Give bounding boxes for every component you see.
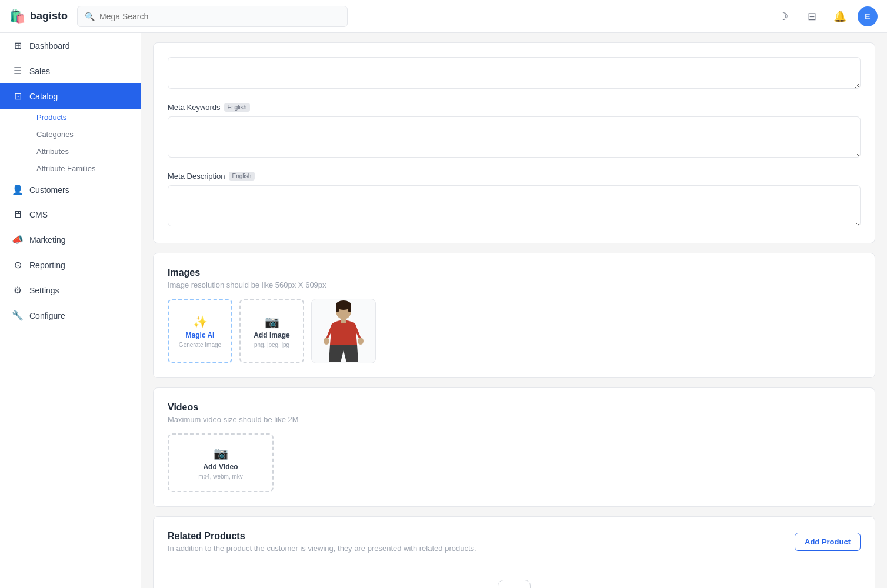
sidebar-item-configure[interactable]: 🔧 Configure [0,303,141,328]
related-products-header: Related Products In addition to the prod… [168,531,861,553]
images-row: ✨ Magic AI Generate Image 📷 Add Image pn… [168,299,861,363]
sidebar-label-catalog: Catalog [29,92,58,101]
sidebar-item-dashboard[interactable]: ⊞ Dashboard [0,33,141,58]
add-video-upload-box[interactable]: 📷 Add Video mp4, webm, mkv [168,433,274,492]
meta-top-section: Meta Keywords English Meta Description E… [153,42,875,243]
sidebar-item-categories[interactable]: Categories [29,126,141,143]
main-content: Meta Keywords English Meta Description E… [141,33,887,588]
svg-rect-4 [341,318,346,323]
svg-rect-3 [348,305,351,312]
camera-add-icon: 📷 [265,315,279,329]
magic-ai-upload-box[interactable]: ✨ Magic AI Generate Image [168,299,232,363]
logo-text: bagisto [30,10,68,22]
sidebar-label-marketing: Marketing [29,235,65,245]
monitor-button[interactable]: ⊟ [801,6,822,27]
add-video-sub: mp4, webm, mkv [198,473,243,480]
meta-description-group: Meta Description English [168,172,861,229]
sidebar: ⊞ Dashboard ☰ Sales ⊡ Catalog Products C… [0,33,141,588]
sidebar-item-marketing[interactable]: 📣 Marketing [0,227,141,252]
svg-point-5 [324,338,329,345]
videos-subtitle: Maximum video size should be like 2M [168,415,861,424]
videos-section: Videos Maximum video size should be like… [153,387,875,507]
content-inner: Meta Keywords English Meta Description E… [141,42,887,588]
add-video-label: Add Video [203,463,238,471]
sidebar-item-settings[interactable]: ⚙ Settings [0,278,141,303]
magic-ai-label: Magic AI [186,331,215,339]
search-bar[interactable]: 🔍 [77,6,348,27]
magic-ai-sublabel: Generate Image [179,342,221,348]
search-input[interactable] [99,12,340,21]
product-image-svg [317,300,370,362]
related-products-title-group: Related Products In addition to the prod… [168,531,476,553]
settings-icon: ⚙ [12,285,24,296]
related-products-empty [168,556,861,588]
videos-title: Videos [168,402,861,413]
moon-icon: ☽ [779,10,788,23]
search-icon: 🔍 [85,12,95,21]
catalog-icon: ⊡ [12,91,24,102]
sidebar-label-reporting: Reporting [29,260,65,270]
monitor-icon: ⊟ [808,10,816,23]
related-products-section: Related Products In addition to the prod… [153,516,875,588]
sidebar-item-sales[interactable]: ☰ Sales [0,58,141,83]
dashboard-icon: ⊞ [12,40,24,51]
sidebar-item-cms[interactable]: 🖥 CMS [0,202,141,227]
notifications-button[interactable]: 🔔 [829,6,851,27]
sidebar-label-settings: Settings [29,286,59,295]
sidebar-item-reporting[interactable]: ⊙ Reporting [0,252,141,278]
layout: ⊞ Dashboard ☰ Sales ⊡ Catalog Products C… [0,33,887,588]
sidebar-label-sales: Sales [29,66,50,76]
sidebar-item-attributes[interactable]: Attributes [29,143,141,160]
add-image-upload-box[interactable]: 📷 Add Image png, jpeg, jpg [239,299,304,363]
svg-point-6 [358,338,364,345]
sidebar-item-catalog[interactable]: ⊡ Catalog [0,83,141,109]
bell-icon: 🔔 [833,10,846,23]
customers-icon: 👤 [12,184,24,195]
meta-description-label: Meta Description English [168,172,861,181]
sidebar-item-attribute-families[interactable]: Attribute Families [29,160,141,177]
empty-placeholder-icon [498,580,531,588]
images-section: Images Image resolution should be like 5… [153,253,875,378]
sales-icon: ☰ [12,65,24,76]
avatar[interactable]: E [858,6,878,26]
add-product-button[interactable]: Add Product [795,533,861,551]
sidebar-label-customers: Customers [29,185,69,195]
video-camera-icon: 📷 [214,446,228,460]
catalog-subnav: Products Categories Attributes Attribute… [0,109,141,177]
sidebar-label-configure: Configure [29,311,65,320]
add-image-sub: png, jpeg, jpg [254,342,289,348]
images-subtitle: Image resolution should be like 560px X … [168,280,861,289]
add-image-label: Add Image [254,331,289,339]
logo-icon: 🛍️ [9,9,25,24]
meta-description-lang-badge: English [229,172,255,181]
magic-ai-icon: ✨ [193,315,208,329]
svg-rect-2 [336,305,339,312]
meta-keywords-group: Meta Keywords English [168,103,861,160]
meta-keywords-input[interactable] [168,116,861,158]
cms-icon: 🖥 [12,209,24,220]
meta-keywords-lang-badge: English [224,103,251,112]
header: 🛍️ bagisto 🔍 ☽ ⊟ 🔔 E [0,0,887,33]
configure-icon: 🔧 [12,310,24,321]
marketing-icon: 📣 [12,234,24,245]
sidebar-label-cms: CMS [29,210,48,219]
product-image-preview [311,299,376,363]
reporting-icon: ⊙ [12,259,24,270]
sidebar-label-dashboard: Dashboard [29,41,70,51]
meta-top-input[interactable] [168,57,861,89]
logo[interactable]: 🛍️ bagisto [9,9,68,24]
related-products-description: In addition to the product the customer … [168,544,476,553]
header-icons: ☽ ⊟ 🔔 E [773,6,878,27]
dark-mode-button[interactable]: ☽ [773,6,794,27]
meta-description-input[interactable] [168,185,861,226]
images-title: Images [168,268,861,278]
sidebar-item-customers[interactable]: 👤 Customers [0,177,141,202]
meta-keywords-label: Meta Keywords English [168,103,861,112]
sidebar-item-products[interactable]: Products [29,109,141,126]
related-products-title: Related Products [168,531,476,542]
